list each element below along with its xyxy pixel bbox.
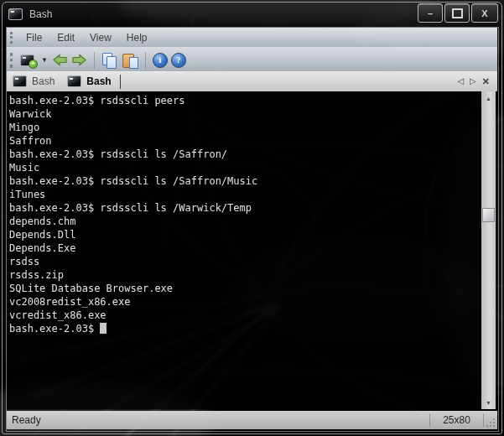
status-text: Ready [7, 414, 429, 426]
info-button[interactable]: i [153, 53, 168, 68]
terminal-line: bash.exe-2.03$ rsdsscli ls /Warwick/Temp [9, 201, 481, 215]
tab-bash-1[interactable]: Bash [7, 71, 61, 91]
terminal-line: bash.exe-2.03$ rsdsscli ls /Saffron/ [9, 148, 481, 161]
terminal-line: iTunes [9, 188, 481, 201]
window-controls: – X [418, 3, 498, 23]
copy-icon [101, 53, 118, 68]
paste-button[interactable] [122, 53, 138, 68]
maximize-button[interactable] [444, 3, 470, 23]
terminal-line: Music [9, 161, 481, 174]
terminal-cursor [100, 323, 107, 334]
terminal-line: Saffron [9, 134, 481, 148]
terminal-line: Mingo [9, 121, 481, 134]
menubar-grip[interactable] [10, 32, 13, 44]
tab-bash-2-active[interactable]: Bash [61, 71, 117, 91]
maximize-icon [452, 8, 463, 18]
resize-grip-icon [493, 418, 495, 420]
terminal-scrollbar[interactable]: ▲ ▼ [481, 91, 496, 409]
tab-console-icon [67, 75, 81, 87]
tab-scroll-controls: ◁ ▷ ✕ [457, 77, 497, 86]
tab-bar: Bash Bash ◁ ▷ ✕ [7, 71, 497, 91]
tab-separator [120, 75, 121, 89]
toolbar-grip[interactable] [10, 53, 13, 68]
menu-help[interactable]: Help [119, 30, 155, 45]
tab-console-icon [13, 75, 27, 87]
tab-prev-icon[interactable]: ◁ [457, 77, 464, 86]
menu-edit[interactable]: Edit [49, 30, 82, 45]
resize-grip[interactable] [484, 411, 497, 429]
toolbar-separator [94, 52, 95, 69]
terminal-line: Depends.Dll [9, 228, 481, 241]
window-title: Bash [29, 8, 52, 20]
terminal-output[interactable]: bash.exe-2.03$ rsdsscli peers Warwick Mi… [7, 91, 481, 409]
forward-arrow-icon [71, 54, 87, 66]
menu-bar: File Edit View Help [7, 28, 497, 47]
app-console-icon [8, 8, 23, 20]
new-console-dropdown-arrow-icon[interactable]: ▼ [41, 56, 48, 64]
terminal-line: SQLite Database Browser.exe [9, 282, 481, 295]
terminal-prompt: bash.exe-2.03$ [9, 323, 100, 335]
paste-icon [122, 53, 138, 68]
scroll-up-icon[interactable]: ▲ [481, 92, 496, 104]
terminal-line: depends.chm [9, 215, 481, 228]
terminal-line: vc2008redist_x86.exe [9, 295, 481, 309]
menu-file[interactable]: File [18, 30, 49, 45]
status-bar: Ready 25x80 [7, 411, 497, 429]
close-button[interactable]: X [471, 3, 498, 23]
back-arrow-icon [52, 54, 68, 66]
new-console-button[interactable]: + [20, 54, 34, 66]
toolbar-separator [145, 52, 146, 69]
terminal-line: bash.exe-2.03$ rsdsscli peers [9, 94, 481, 107]
info-icon: i [153, 53, 168, 68]
help-button[interactable]: ? [171, 53, 186, 68]
help-icon: ? [171, 53, 186, 68]
plus-badge-icon: + [29, 60, 38, 69]
terminal-line: rsdss [9, 255, 481, 268]
tab-next-icon[interactable]: ▷ [470, 77, 476, 86]
console-window: Bash – X File Edit View Help + ▼ [0, 0, 504, 436]
tab-label: Bash [32, 75, 55, 87]
tab-label: Bash [86, 75, 111, 87]
terminal-line: bash.exe-2.03$ rsdsscli ls /Saffron/Musi… [9, 174, 481, 188]
forward-button[interactable] [71, 54, 87, 66]
back-button[interactable] [52, 54, 68, 66]
scroll-down-icon[interactable]: ▼ [481, 397, 496, 408]
terminal-line: vcredist_x86.exe [9, 309, 481, 322]
minimize-button[interactable]: – [418, 3, 443, 23]
copy-button[interactable] [101, 53, 118, 68]
menu-view[interactable]: View [82, 30, 119, 45]
tab-close-icon[interactable]: ✕ [482, 77, 490, 86]
terminal-line: Warwick [9, 107, 481, 121]
terminal-line: Depends.Exe [9, 241, 481, 255]
terminal-prompt-line: bash.exe-2.03$ [9, 322, 481, 335]
toolbar: + ▼ i ? [7, 47, 497, 72]
scrollbar-thumb[interactable] [482, 208, 495, 222]
terminal-line: rsdss.zip [9, 268, 481, 282]
terminal-size-indicator: 25x80 [430, 414, 483, 426]
